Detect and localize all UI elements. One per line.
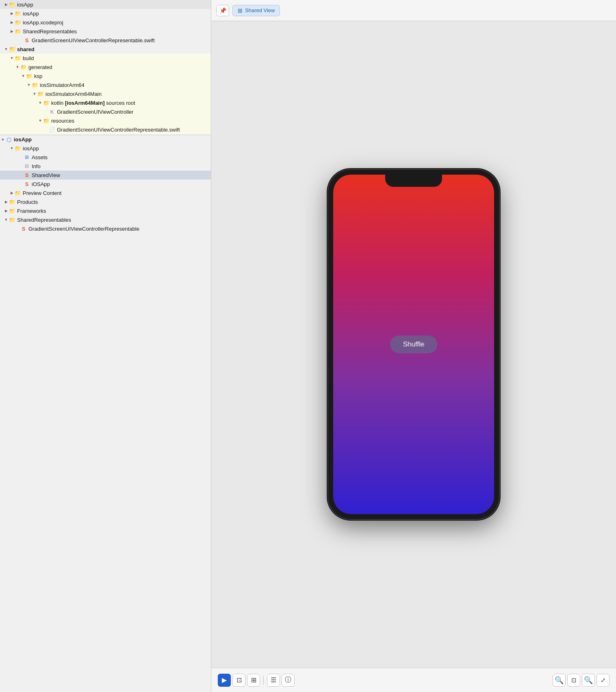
sidebar-item-products[interactable]: ▶ 📁 Products (0, 197, 211, 206)
folder-yellow-icon: 📁 (26, 73, 33, 79)
sidebar-item-label: iosApp (23, 11, 39, 17)
folder-icon: 📁 (15, 10, 21, 17)
preview-panel: 📌 ⊞ Shared View Shuffle (211, 0, 616, 692)
sidebar-item-iosapp-inner[interactable]: ▶ 📁 iosApp (0, 9, 211, 18)
sidebar-item-kotlin[interactable]: ▼ 📁 kotlin [iosArm64Main] sources root (0, 98, 211, 107)
folder-yellow-icon: 📁 (20, 64, 27, 70)
shuffle-label: Shuffle (403, 340, 425, 348)
run-button[interactable]: ▶ (218, 674, 231, 687)
folder-icon: 📁 (9, 199, 15, 205)
sidebar-item-label: generated (28, 64, 52, 70)
sidebar-item-iosapp-inner2[interactable]: ▼ 📁 iosApp (0, 144, 211, 153)
swift-file-icon: S (24, 172, 30, 178)
bottom-right-tools: 🔍 ⊡ 🔍 ⤢ (553, 674, 609, 687)
sidebar-item-ios-sim-arm64-main[interactable]: ▼ 📁 iosSimulatorArm64Main (0, 89, 211, 98)
sidebar-item-iosapp-xcode[interactable]: ▼ ⬡ iosApp (0, 135, 211, 144)
zoom-in-button[interactable]: 🔍 (582, 674, 595, 687)
folder-icon: 📁 (9, 208, 15, 214)
pin-button[interactable]: 📌 (216, 5, 229, 16)
bottom-left-tools: ▶ ⊡ ⊞ ☰ ⓘ (218, 674, 295, 687)
sidebar-item-label: kotlin [iosArm64Main] sources root (51, 100, 135, 106)
sidebar-item-label: ksp (34, 73, 42, 79)
sidebar-item-shared[interactable]: ▼ 📁 shared (0, 45, 211, 54)
folder-yellow-icon: 📁 (32, 82, 38, 88)
layers-button[interactable]: ☰ (267, 674, 280, 687)
folder-yellow-icon: 📁 (37, 91, 44, 97)
device-icon: ⊡ (236, 676, 242, 684)
expand-arrow: ▶ (3, 208, 9, 214)
sidebar-item-ksp[interactable]: ▼ 📁 ksp (0, 71, 211, 80)
iphone-mockup: Shuffle (328, 170, 499, 519)
sidebar-item-label: iosApp (23, 145, 39, 151)
expand-arrow: ▼ (3, 217, 9, 223)
play-icon: ▶ (222, 676, 227, 684)
expand-arrow: ▼ (32, 91, 37, 97)
sidebar-item-label: resources (51, 118, 74, 124)
expand-arrow: ▼ (0, 137, 6, 143)
folder-icon: 📁 (9, 1, 15, 8)
zoom-in-icon: 🔍 (584, 676, 593, 685)
sidebar-item-label: iosSimulatorArm64 (40, 82, 85, 88)
folder-yellow-icon: 📁 (43, 117, 50, 124)
shared-view-button[interactable]: ⊞ Shared View (232, 5, 280, 16)
sidebar-item-gradient-swift-1[interactable]: ▶ S GradientScreenUIViewControllerRepres… (0, 36, 211, 45)
sidebar-item-label: iosApp (14, 136, 32, 143)
expand-arrow: ▼ (9, 145, 15, 151)
shared-view-label: Shared View (245, 7, 275, 13)
zoom-out-button[interactable]: 🔍 (553, 674, 566, 687)
expand-arrow: ▼ (37, 100, 43, 106)
sidebar-item-gradient-swift-2[interactable]: ▶ 📄 GradientScreenUIViewControllerRepres… (0, 125, 211, 134)
folder-icon: 📁 (15, 28, 21, 35)
sidebar-item-label: GradientScreenUIViewControllerRepresenta… (28, 226, 139, 232)
sidebar-item-label: GradientScreenUIViewControllerRepresenta… (57, 127, 180, 133)
iphone-screen: Shuffle (333, 175, 494, 514)
sidebar-item-build[interactable]: ▼ 📁 build (0, 54, 211, 63)
grid-button[interactable]: ⊞ (247, 674, 260, 687)
sidebar-item-ios-sim-arm64[interactable]: ▼ 📁 iosSimulatorArm64 (0, 80, 211, 89)
sidebar-item-sharedrepresentables-top[interactable]: ▶ 📁 SharedRepresentables (0, 27, 211, 36)
sidebar-item-label: GradientScreenUIViewController (57, 109, 133, 115)
assets-icon: ⊞ (24, 154, 30, 160)
sidebar-item-xcodeproj[interactable]: ▶ 📁 iosApp.xcodeproj (0, 18, 211, 27)
sidebar-item-sharedview[interactable]: ▶ S SharedView (0, 171, 211, 179)
shared-view-icon: ⊞ (238, 7, 243, 14)
inspector-button[interactable]: ⓘ (282, 674, 295, 687)
sidebar-item-gradient-swift-3[interactable]: ▶ S GradientScreenUIViewControllerRepres… (0, 224, 211, 233)
folder-icon: 📁 (9, 216, 15, 223)
sidebar-item-frameworks[interactable]: ▶ 📁 Frameworks (0, 206, 211, 215)
sidebar-item-iosapp-swift[interactable]: ▶ S iOSApp (0, 179, 211, 188)
zoom-out-icon: 🔍 (555, 676, 564, 685)
sidebar-item-info[interactable]: ▶ ⊟ Info (0, 162, 211, 171)
zoom-reset-button[interactable]: ⤢ (596, 674, 609, 687)
expand-arrow: ▶ (9, 28, 15, 34)
sidebar-item-label: iOSApp (32, 181, 50, 187)
sidebar-item-label: iosApp.xcodeproj (23, 19, 63, 26)
shuffle-button[interactable]: Shuffle (390, 335, 438, 353)
folder-icon: 📁 (15, 190, 21, 196)
expand-arrow: ▶ (9, 11, 15, 16)
sidebar-item-label: Assets (32, 154, 48, 160)
swift-file-icon: S (24, 181, 30, 187)
sidebar-item-gradient-controller[interactable]: ▶ K GradientScreenUIViewController (0, 107, 211, 116)
expand-arrow: ▼ (9, 55, 15, 61)
sidebar-item-label: iosSimulatorArm64Main (46, 91, 102, 97)
expand-arrow: ▼ (3, 46, 9, 52)
sidebar-item-label: SharedRepresentables (23, 28, 77, 35)
iphone-notch (385, 175, 442, 187)
sidebar-item-label: GradientScreenUIViewControllerRepresenta… (32, 37, 155, 43)
zoom-reset-icon: ⤢ (601, 677, 606, 684)
sidebar-item-label: iosApp (17, 2, 33, 8)
device-button[interactable]: ⊡ (232, 674, 245, 687)
sidebar-item-sharedrepresentables2[interactable]: ▼ 📁 SharedRepresentables (0, 215, 211, 224)
sidebar-item-assets[interactable]: ▶ ⊞ Assets (0, 153, 211, 162)
sidebar-item-iosapp-root[interactable]: ▶ 📁 iosApp (0, 0, 211, 9)
toolbar-separator (263, 675, 264, 685)
swift-file-icon: S (20, 225, 27, 232)
layers-icon: ☰ (271, 676, 276, 684)
zoom-fit-button[interactable]: ⊡ (567, 674, 580, 687)
sidebar-item-generated[interactable]: ▼ 📁 generated (0, 63, 211, 71)
sidebar-item-preview-content[interactable]: ▶ 📁 Preview Content (0, 188, 211, 197)
sidebar-item-resources[interactable]: ▼ 📁 resources (0, 116, 211, 125)
folder-icon: 📁 (15, 55, 21, 61)
folder-icon: 📁 (15, 145, 21, 151)
